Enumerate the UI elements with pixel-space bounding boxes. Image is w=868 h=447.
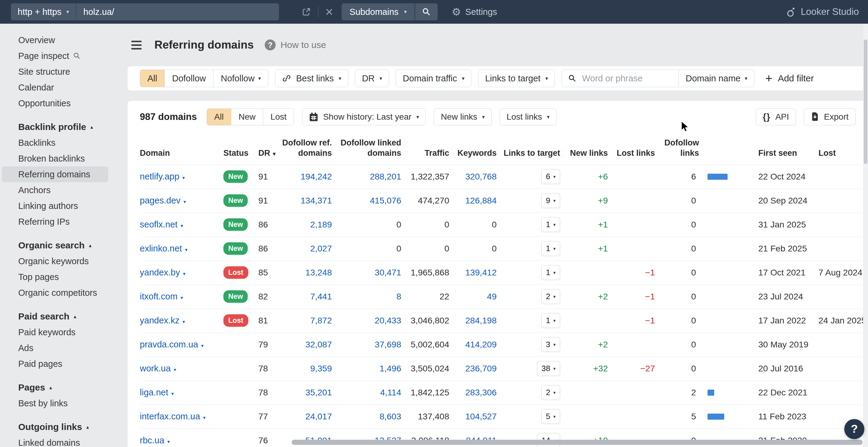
sidebar-item-ads[interactable]: Ads [18,340,119,356]
dofollow-ref-link[interactable]: 35,201 [305,387,332,397]
sidebar-item-site-structure[interactable]: Site structure [18,64,119,79]
domain-link[interactable]: netlify.app [140,172,179,181]
dofollow-ref-link[interactable]: 2,189 [310,219,332,229]
keywords-link[interactable]: 104,527 [465,411,497,421]
links-to-target-dropdown[interactable]: 2▾ [541,289,560,304]
status-tab-lost[interactable]: Lost [263,109,294,125]
sidebar-item-opportunities[interactable]: Opportunities [18,95,119,111]
links-to-target-dropdown[interactable]: 1▾ [541,265,560,280]
column-header-lost-links[interactable]: Lost links [608,130,655,165]
sidebar-section-outgoing-links[interactable]: Outgoing links▴ [18,419,119,435]
column-header-dofollow-links[interactable]: Dofollow links [655,130,743,165]
keywords-link[interactable]: 236,709 [465,364,497,373]
column-header-dr[interactable]: DR ▼ [258,130,278,165]
links-to-target-dropdown[interactable]: 2▾ [541,385,560,400]
dofollow-linked-link[interactable]: 37,698 [375,340,401,349]
domain-link[interactable]: pages.dev [140,196,181,205]
export-button[interactable]: Export [804,108,856,126]
vertical-scrollbar[interactable] [864,39,867,164]
keywords-link[interactable]: 139,412 [465,268,497,277]
sidebar-item-paid-keywords[interactable]: Paid keywords [18,324,119,340]
column-header-status[interactable]: Status [223,130,258,165]
sidebar-item-calendar[interactable]: Calendar [18,79,119,95]
filter-domain-traffic-dropdown[interactable]: Domain traffic▾ [396,70,471,87]
filter-links-to-target-dropdown[interactable]: Links to target▾ [478,70,555,87]
sidebar-item-backlinks[interactable]: Backlinks [18,135,119,150]
keywords-link[interactable]: 126,884 [465,196,497,205]
keywords-link[interactable]: 414,209 [465,340,497,349]
question-circle-icon[interactable]: ? [265,39,276,50]
sidebar-item-top-pages[interactable]: Top pages [18,269,119,285]
dofollow-linked-link[interactable]: 1,496 [380,364,401,373]
column-header-keywords[interactable]: Keywords [449,130,497,165]
lost-links-dropdown[interactable]: Lost links ▾ [500,108,556,126]
sidebar-item-referring-domains[interactable]: Referring domains [2,166,108,182]
dofollow-ref-link[interactable]: 13,248 [305,268,332,277]
target-url-input[interactable] [76,3,279,20]
dofollow-linked-link[interactable]: 8 [396,291,401,301]
dofollow-ref-link[interactable]: 24,017 [305,411,332,421]
sidebar-section-pages[interactable]: Pages▴ [18,380,119,396]
status-tab-new[interactable]: New [231,109,263,125]
settings-button[interactable]: ⚙ Settings [452,6,497,18]
api-button[interactable]: {} API [756,108,796,126]
add-filter-button[interactable]: + Add filter [765,73,814,83]
sidebar-item-page-inspect[interactable]: Page inspect [18,48,119,64]
links-to-target-dropdown[interactable]: 1▾ [541,241,560,256]
dofollow-linked-link[interactable]: 30,471 [375,268,401,277]
sidebar-item-organic-competitors[interactable]: Organic competitors [18,285,119,301]
filter-tab-nofollow[interactable]: Nofollow▾ [213,70,268,87]
search-scope-dropdown[interactable]: Domain name ▾ [679,70,754,87]
clear-target-icon[interactable]: × [325,5,333,19]
domain-link[interactable]: seoflx.net [140,219,178,229]
menu-icon[interactable] [131,41,142,49]
dofollow-linked-link[interactable]: 8,603 [380,411,401,421]
column-header-domain[interactable]: Domain [140,130,223,165]
looker-studio-link[interactable]: Looker Studio [786,6,859,17]
sidebar-item-paid-pages[interactable]: Paid pages [18,356,119,372]
word-or-phrase-input[interactable] [581,73,673,84]
keywords-link[interactable]: 284,198 [465,315,497,325]
column-header-dofollow-linked-domains[interactable]: Dofollow linked domains [332,130,401,165]
filter-tab-dofollow[interactable]: Dofollow [164,70,213,87]
sidebar-item-linking-authors[interactable]: Linking authors [18,198,119,214]
dofollow-ref-link[interactable]: 134,371 [301,196,332,205]
protocol-dropdown[interactable]: http + https ▾ [11,3,76,20]
column-header-traffic[interactable]: Traffic [401,130,449,165]
filter-tab-all[interactable]: All [140,70,164,87]
sidebar-item-best-by-links[interactable]: Best by links [18,396,119,411]
dofollow-linked-link[interactable]: 4,114 [380,387,401,397]
domain-link[interactable]: yandex.by [140,268,180,277]
horizontal-scrollbar[interactable] [292,440,863,445]
links-to-target-dropdown[interactable]: 3▾ [541,337,560,352]
sidebar-item-organic-keywords[interactable]: Organic keywords [18,253,119,269]
domain-link[interactable]: itxoft.com [140,291,178,301]
help-fab-button[interactable]: ? [844,419,864,439]
dofollow-linked-link[interactable]: 415,076 [370,196,401,205]
keywords-link[interactable]: 283,306 [465,387,497,397]
status-tab-all[interactable]: All [207,109,231,125]
links-to-target-dropdown[interactable]: 6▾ [541,169,560,184]
dofollow-ref-link[interactable]: 7,441 [310,291,332,301]
sidebar-section-organic-search[interactable]: Organic search▴ [18,238,119,253]
column-header-dofollow-ref-domains[interactable]: Dofollow ref. domains [278,130,332,165]
domain-link[interactable]: yandex.kz [140,315,180,325]
dofollow-ref-link[interactable]: 194,242 [301,172,332,181]
domain-link[interactable]: interfax.com.ua [140,411,200,421]
keywords-link[interactable]: 320,768 [465,172,497,181]
dofollow-linked-link[interactable]: 20,433 [375,315,401,325]
links-to-target-dropdown[interactable]: 1▾ [541,313,560,328]
dofollow-ref-link[interactable]: 7,872 [310,315,332,325]
filter-best-links-dropdown[interactable]: Best links▾ [275,70,348,87]
sidebar-item-referring-ips[interactable]: Referring IPs [18,214,119,230]
links-to-target-dropdown[interactable]: 38▾ [537,361,560,376]
sidebar-item-broken-backlinks[interactable]: Broken backlinks [18,150,119,166]
sidebar-item-overview[interactable]: Overview [18,32,119,48]
links-to-target-dropdown[interactable]: 9▾ [541,193,560,208]
column-header-links-to-target[interactable]: Links to target [497,130,560,165]
domain-link[interactable]: liga.net [140,387,168,397]
column-header-new-links[interactable]: New links [560,130,608,165]
open-external-link-icon[interactable] [302,7,311,17]
domain-link[interactable]: exlinko.net [140,244,182,253]
domain-link[interactable]: rbc.ua [140,436,164,445]
